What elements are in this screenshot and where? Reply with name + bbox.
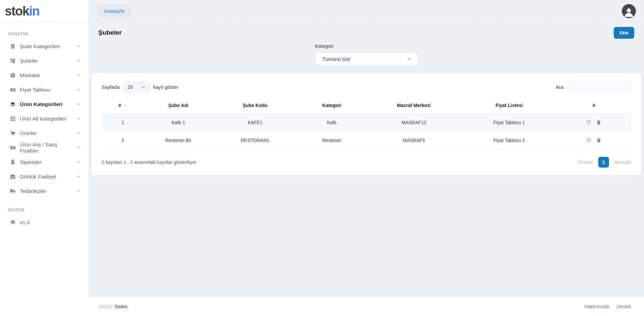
branches-table-card: Sayfada 25 kayıt göster Ara: [92,73,641,175]
sidebar-item-sube-kategorileri[interactable]: Şube Kategorileri [0,39,88,54]
sidebar-item-label: Siparişler [20,159,42,165]
column-header-fiyat-listesi[interactable]: Fiyat Listesi [462,99,557,113]
chevron-down-icon [76,44,81,49]
chevron-down-icon [407,56,412,62]
sidebar-item-markalar[interactable]: Markalar [0,68,88,82]
search-label: Ara: [556,84,565,90]
footer-links: Hakkımızda Destek [584,304,632,309]
chevron-down-icon [76,131,81,136]
user-avatar[interactable] [622,4,636,18]
sidebar-item-version[interactable]: v1.0 [0,215,88,230]
logo-text-primary: stok [5,4,29,18]
pagination-page-1[interactable]: 1 [598,157,609,168]
sidebar-section-yonetim: YÖNETİM [0,32,88,39]
page-size-value: 25 [128,84,133,90]
table-row: 1 Kafe 1 KAFE1 Kafe MASRAF12 Fiyat Tablo… [102,113,631,132]
search-input[interactable] [568,81,631,93]
sidebar-item-fiyat-tablosu[interactable]: Fiyat Tablosu [0,82,88,97]
sidebar-item-label: Ürün Kategorileri [20,101,63,107]
banknote-icon [10,87,16,93]
page-size-select[interactable]: 25 [123,82,149,92]
pagination: Önceki 1 Sonraki [578,157,631,168]
sidebar: stokin YÖNETİM Şube Kategorileri Şubeler… [0,0,88,316]
chevron-down-icon [76,160,81,165]
delete-button[interactable] [596,119,602,125]
cell-price-list: Fiyat Tablosu 2 [462,131,557,149]
column-header-sube-adi[interactable]: Şube Adı [144,99,213,113]
storefront-icon [10,58,16,64]
row-actions [560,137,628,143]
page-head: Şubeler Ekle [92,27,641,38]
add-button[interactable]: Ekle [614,27,634,39]
sidebar-item-label: Şube Kategorileri [20,43,60,49]
category-filter: Kategori Tümünü Gör [315,43,418,66]
banknote-icon [10,145,16,151]
cell-cost-center: MASRAF12 [366,113,461,132]
category-filter-label: Kategori [315,43,418,49]
sidebar-item-label: Tedarikçiler [20,188,46,194]
column-header-masraf-merkezi[interactable]: Masraf Merkezi [366,99,461,113]
search-control: Ara: [556,81,631,93]
breadcrumb-anasayfa-button[interactable]: Anasayfa [98,5,131,17]
cell-name: Kafe 1 [144,113,213,132]
sidebar-item-label: v1.0 [20,219,30,225]
chevron-down-icon [76,174,81,179]
layers-icon [10,101,16,107]
pagination-next[interactable]: Sonraki [614,160,631,165]
column-header-sube-kodu[interactable]: Şube Kodu [213,99,297,113]
stokin-logo[interactable]: stokin [5,5,39,17]
copyright-year: 2024© [99,304,112,309]
edit-button[interactable] [586,137,592,143]
sidebar-menu: YÖNETİM Şube Kategorileri Şubeler Markal… [0,22,88,230]
branches-table: # Şube Adı Şube Kodu Kategori Masraf Mer… [102,99,631,149]
table-footer: 2 kayıttan 1 - 2 arasındaki kayıtlar gös… [102,157,631,168]
category-select[interactable]: Tümünü Gör [315,52,418,66]
edit-button[interactable] [586,119,592,125]
footer-brand[interactable]: Stokin [114,304,128,309]
pagination-previous[interactable]: Önceki [578,160,593,165]
column-header-id[interactable]: # [102,99,144,113]
column-header-actions[interactable]: # [557,99,631,113]
edit-icon [586,119,592,125]
row-actions [560,119,628,125]
sidebar-item-subeler[interactable]: Şubeler [0,54,88,68]
table-row: 2 Restoran Bir RESTORAN1 Restoran MASRAF… [102,131,631,149]
cell-category: Kafe [297,113,366,132]
copyright-icon [10,72,16,78]
sidebar-item-label: Şubeler [20,58,38,64]
trash-icon [596,137,602,143]
cell-cost-center: MASRAF5 [366,131,461,149]
chevron-down-icon [76,188,81,194]
grid-icon [10,116,16,122]
category-select-value: Tümünü Gör [322,56,351,62]
column-header-kategori[interactable]: Kategori [297,99,366,113]
sidebar-item-label: Ürün Alt Kategorileri [20,116,66,122]
page-size-prefix: Sayfada [102,84,119,90]
page-title: Şubeler [98,29,122,36]
sidebar-item-label: Ürün Alış / Satış Fiyatları [20,142,76,154]
sidebar-item-urun-kategorileri[interactable]: Ürün Kategorileri [0,97,88,111]
logo-text-accent: in [29,4,39,18]
cell-name: Restoran Bir [144,131,213,149]
chevron-down-icon [76,58,81,63]
sidebar-item-urunler[interactable]: Ürünler [0,126,88,140]
sidebar-item-urun-alt-kategorileri[interactable]: Ürün Alt Kategorileri [0,111,88,126]
footer-link-hakkimizda[interactable]: Hakkımızda [584,304,609,309]
cart-icon [10,130,16,136]
sidebar-item-tedarikciler[interactable]: Tedarikçiler [0,184,88,198]
sort-asc-icon [123,103,127,108]
truck-icon [10,188,16,194]
chevron-down-icon [76,87,81,92]
building-icon [10,43,16,49]
delete-button[interactable] [596,137,602,143]
sidebar-item-siparisler[interactable]: Siparişler [0,155,88,169]
receipt-icon [10,159,16,165]
chevron-down-icon [141,84,146,90]
topbar: Anasayfa [88,0,644,22]
footer-link-destek[interactable]: Destek [616,304,631,309]
page-size-control: Sayfada 25 kayıt göster [102,82,178,92]
sidebar-header: stokin [0,0,88,22]
edit-icon [586,137,592,143]
sidebar-item-urun-alis-satis-fiyatlari[interactable]: Ürün Alış / Satış Fiyatları [0,140,88,155]
sidebar-item-gunluk-faaliyet[interactable]: Günlük Faaliyet [0,169,88,184]
